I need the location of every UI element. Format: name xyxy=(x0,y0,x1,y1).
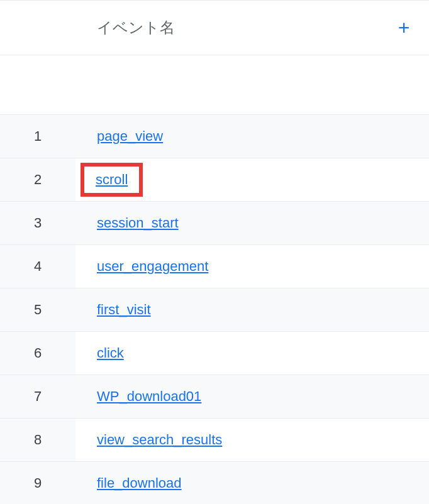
row-number: 1 xyxy=(0,115,75,158)
event-cell: first_visit xyxy=(75,288,429,331)
row-number: 2 xyxy=(0,158,75,201)
header-label-col: イベント名 xyxy=(75,18,379,38)
event-link[interactable]: first_visit xyxy=(97,302,151,318)
event-cell: click xyxy=(75,332,429,375)
table-row: 4user_engagement xyxy=(0,244,429,288)
table-row: 5first_visit xyxy=(0,288,429,331)
header-spacer-gap xyxy=(0,55,429,114)
row-number: 5 xyxy=(0,288,75,331)
event-link[interactable]: user_engagement xyxy=(97,258,208,275)
column-header-event-name: イベント名 xyxy=(97,18,175,38)
row-number: 6 xyxy=(0,332,75,375)
row-number: 7 xyxy=(0,375,75,418)
add-button[interactable]: + xyxy=(379,16,429,40)
event-link[interactable]: click xyxy=(97,345,124,361)
row-number: 3 xyxy=(0,202,75,244)
table-row: 7WP_download01 xyxy=(0,375,429,418)
table-row: 8view_search_results xyxy=(0,418,429,461)
highlight-box: scroll xyxy=(81,163,143,197)
table-row: 9file_download xyxy=(0,461,429,504)
event-link[interactable]: WP_download01 xyxy=(97,388,201,405)
event-cell: scroll xyxy=(75,158,429,201)
table-row: 1page_view xyxy=(0,114,429,158)
table-row: 3session_start xyxy=(0,201,429,244)
event-cell: view_search_results xyxy=(75,419,429,461)
event-table-body: 1page_view2scroll3session_start4user_eng… xyxy=(0,114,429,504)
event-cell: file_download xyxy=(75,462,429,504)
event-link[interactable]: session_start xyxy=(97,215,179,231)
event-link[interactable]: view_search_results xyxy=(97,432,222,448)
event-link[interactable]: file_download xyxy=(97,475,182,491)
row-number: 8 xyxy=(0,419,75,461)
row-number: 4 xyxy=(0,245,75,288)
table-row: 6click xyxy=(0,331,429,375)
table-header-row: イベント名 + xyxy=(0,0,429,55)
event-cell: WP_download01 xyxy=(75,375,429,418)
event-link[interactable]: scroll xyxy=(96,172,128,187)
event-link[interactable]: page_view xyxy=(97,128,163,145)
event-cell: user_engagement xyxy=(75,245,429,288)
event-cell: page_view xyxy=(75,115,429,158)
table-row: 2scroll xyxy=(0,158,429,201)
row-number: 9 xyxy=(0,462,75,504)
plus-icon: + xyxy=(398,16,410,40)
event-cell: session_start xyxy=(75,202,429,244)
